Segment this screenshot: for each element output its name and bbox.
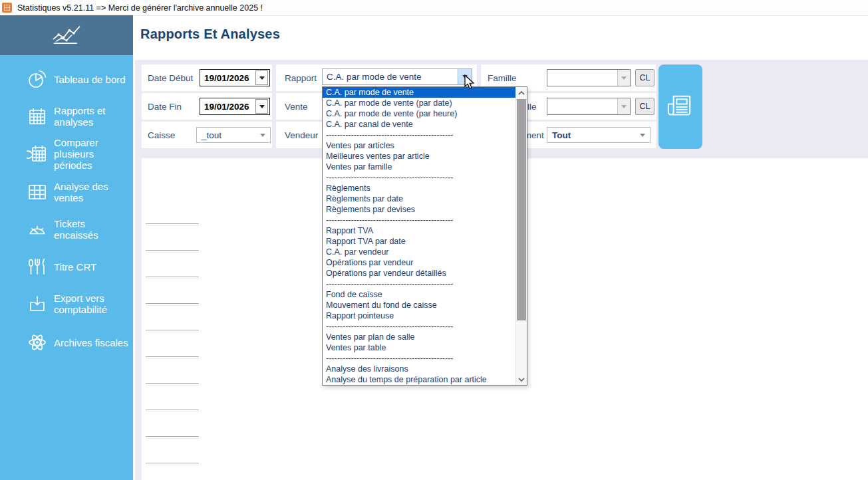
sidebar-item-label: Export vers comptabilité bbox=[54, 293, 128, 315]
sous-famille-dropdown-button[interactable] bbox=[617, 98, 630, 114]
etablissement-value: Tout bbox=[547, 130, 640, 140]
newspaper-icon bbox=[666, 92, 695, 122]
dropdown-option[interactable]: C.A. par canal de vente bbox=[323, 119, 515, 130]
dropdown-option[interactable]: Ventes par articles bbox=[323, 140, 515, 151]
rapport-value: C.A. par mode de vente bbox=[323, 72, 458, 82]
chevron-down-icon bbox=[259, 76, 265, 80]
cutlery-icon bbox=[27, 256, 48, 277]
scrollbar-thumb[interactable] bbox=[517, 99, 526, 320]
export-box-icon bbox=[27, 293, 48, 314]
sidebar-item-comparer-plusieurs-p-riodes[interactable]: Comparer plusieurs périodes bbox=[0, 139, 133, 168]
placeholder-line bbox=[146, 356, 199, 359]
sidebar: Tableau de bordRapports et analysesCompa… bbox=[0, 15, 133, 480]
chevron-down-icon bbox=[640, 134, 645, 137]
placeholder-line bbox=[146, 223, 199, 226]
panel-left-strip bbox=[135, 158, 142, 480]
app-icon bbox=[2, 3, 12, 13]
dropdown-separator: ----------------------------------------… bbox=[323, 353, 515, 364]
dropdown-option[interactable]: Ventes par famille bbox=[323, 162, 515, 172]
date-fin-row: Date Fin 19/01/2026 bbox=[142, 93, 272, 120]
famille-label: Famille bbox=[488, 73, 517, 83]
rapport-dropdown-list: C.A. par mode de venteC.A. par mode de v… bbox=[323, 87, 515, 385]
sidebar-item-tableau-de-bord[interactable]: Tableau de bord bbox=[0, 64, 133, 94]
date-fin-dropdown-button[interactable] bbox=[255, 99, 268, 114]
caisse-row: Caisse _tout bbox=[142, 122, 272, 148]
caisse-combobox[interactable]: _tout bbox=[196, 127, 271, 143]
dropdown-option[interactable]: Règlements par date bbox=[323, 193, 515, 204]
vendeur-label: Vendeur bbox=[285, 130, 318, 140]
date-debut-picker[interactable]: 19/01/2026 bbox=[200, 69, 270, 86]
dropdown-option[interactable]: Analyse des livraisons bbox=[323, 364, 515, 374]
sidebar-item-label: Archives fiscales bbox=[54, 337, 128, 348]
sidebar-item-label: Rapports et analyses bbox=[54, 105, 128, 128]
dropdown-separator: ----------------------------------------… bbox=[323, 172, 515, 183]
scroll-down-button[interactable] bbox=[516, 374, 527, 385]
sidebar-item-label: Titre CRT bbox=[54, 261, 96, 273]
dropdown-option[interactable]: Mouvement du fond de caisse bbox=[323, 300, 515, 310]
rapport-combobox[interactable]: C.A. par mode de vente bbox=[322, 68, 472, 85]
sidebar-item-analyse-des-ventes[interactable]: Analyse des ventes bbox=[0, 178, 133, 207]
sous-famille-combobox[interactable] bbox=[547, 98, 631, 115]
pie-chart-icon bbox=[27, 68, 48, 90]
sidebar-item-label: Tableau de bord bbox=[54, 74, 126, 85]
atom-icon bbox=[27, 332, 48, 353]
date-fin-picker[interactable]: 19/01/2026 bbox=[200, 98, 270, 115]
dropdown-option[interactable]: Ventes par plan de salle bbox=[323, 332, 515, 342]
placeholder-line bbox=[146, 410, 199, 412]
etablissement-combobox[interactable]: Tout bbox=[547, 127, 651, 143]
rapport-label: Rapport bbox=[285, 73, 317, 83]
date-debut-dropdown-button[interactable] bbox=[255, 70, 268, 85]
dropdown-option[interactable]: Rapport TVA bbox=[323, 225, 515, 236]
print-report-button[interactable] bbox=[658, 64, 702, 149]
dropdown-option[interactable]: Fond de caisse bbox=[323, 289, 515, 300]
dropdown-option[interactable]: C.A. par mode de vente (par date) bbox=[323, 98, 515, 108]
sous-famille-clear-button[interactable]: CL bbox=[635, 98, 654, 115]
date-fin-value: 19/01/2026 bbox=[200, 102, 255, 112]
window-titlebar: Statistiques v5.21.11 => Merci de génére… bbox=[0, 0, 868, 16]
famille-dropdown-button[interactable] bbox=[617, 70, 630, 86]
sidebar-item-rapports-et-analyses[interactable]: Rapports et analyses bbox=[0, 102, 133, 131]
date-debut-row: Date Début 19/01/2026 bbox=[142, 64, 272, 91]
sidebar-item-export-vers-comptabilit-[interactable]: Export vers comptabilité bbox=[0, 289, 133, 318]
sidebar-item-label: Analyse des ventes bbox=[54, 181, 128, 203]
window-title: Statistiques v5.21.11 => Merci de génére… bbox=[17, 3, 263, 13]
dropdown-option[interactable]: C.A. par mode de vente bbox=[323, 87, 515, 98]
rapport-dropdown-button[interactable] bbox=[458, 69, 472, 84]
placeholder-line bbox=[146, 250, 199, 253]
rapport-dropdown-panel: C.A. par mode de venteC.A. par mode de v… bbox=[322, 86, 527, 386]
dropdown-option[interactable]: Règlements bbox=[323, 183, 515, 193]
chevron-down-icon bbox=[621, 76, 627, 80]
dropdown-option[interactable]: Règlements par devises bbox=[323, 204, 515, 215]
chevron-down-icon bbox=[621, 105, 627, 108]
sidebar-item-archives-fiscales[interactable]: Archives fiscales bbox=[0, 328, 133, 357]
dropdown-option[interactable]: Rapport TVA par date bbox=[323, 236, 515, 247]
dropdown-option[interactable]: Opérations par vendeur détaillés bbox=[323, 268, 515, 279]
chevron-down-icon bbox=[259, 105, 265, 108]
dropdown-option[interactable]: Rapport pointeuse bbox=[323, 310, 515, 321]
scroll-up-button[interactable] bbox=[516, 87, 527, 98]
dropdown-option[interactable]: Opérations par vendeur bbox=[323, 257, 515, 268]
dropdown-option[interactable]: Analyse du temps de préparation par arti… bbox=[323, 374, 515, 385]
dropdown-option[interactable]: C.A. par vendeur bbox=[323, 247, 515, 257]
page-title: Rapports Et Analyses bbox=[140, 27, 280, 42]
sidebar-item-label: Comparer plusieurs périodes bbox=[54, 137, 128, 171]
placeholder-line bbox=[146, 330, 199, 332]
sidebar-item-titre-crt[interactable]: Titre CRT bbox=[0, 252, 133, 281]
date-debut-label: Date Début bbox=[148, 73, 193, 83]
line-chart-icon bbox=[49, 22, 84, 49]
app-window: Statistiques v5.21.11 => Merci de génére… bbox=[0, 0, 868, 480]
dropdown-separator: ----------------------------------------… bbox=[323, 321, 515, 332]
placeholder-line bbox=[146, 436, 199, 439]
dropdown-option[interactable]: Meilleures ventes par article bbox=[323, 151, 515, 162]
dropdown-scrollbar[interactable] bbox=[515, 87, 527, 385]
chevron-down-icon bbox=[260, 134, 265, 137]
sidebar-item-tickets-encaiss-s[interactable]: Tickets encaissés bbox=[0, 215, 133, 244]
dropdown-option[interactable]: C.A. par mode de vente (par heure) bbox=[323, 108, 515, 119]
placeholder-line bbox=[146, 463, 199, 465]
placeholder-line bbox=[146, 303, 199, 306]
famille-clear-button[interactable]: CL bbox=[635, 69, 654, 86]
famille-combobox[interactable] bbox=[547, 69, 631, 86]
dropdown-separator: ----------------------------------------… bbox=[323, 279, 515, 289]
dropdown-option[interactable]: Ventes par table bbox=[323, 342, 515, 353]
caisse-label: Caisse bbox=[148, 130, 175, 140]
